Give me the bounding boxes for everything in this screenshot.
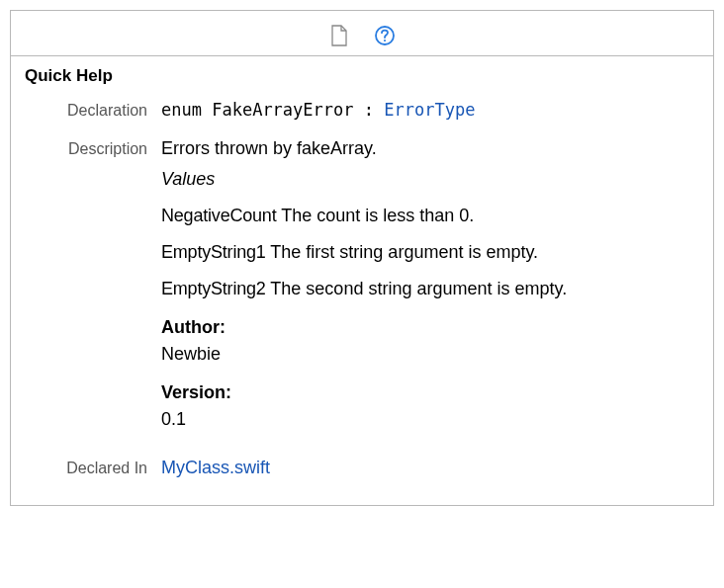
declared-in-value: MyClass.swift — [161, 455, 693, 481]
quick-help-panel: Quick Help Declaration enum FakeArrayErr… — [10, 10, 714, 506]
declaration-label: Declaration — [31, 102, 161, 120]
panel-title: Quick Help — [11, 56, 713, 94]
description-row: Description Errors thrown by fakeArray. … — [31, 135, 693, 443]
svg-point-1 — [384, 39, 386, 41]
toolbar — [11, 11, 713, 56]
author-value: Newbie — [161, 341, 693, 368]
author-label: Author: — [161, 314, 693, 341]
declaration-type-link[interactable]: ErrorType — [384, 100, 475, 120]
declaration-row: Declaration enum FakeArrayError : ErrorT… — [31, 98, 693, 124]
value-item: EmptyString1 The first string argument i… — [161, 239, 693, 266]
declared-in-row: Declared In MyClass.swift — [31, 455, 693, 481]
value-name: EmptyString1 — [161, 242, 266, 262]
value-item: EmptyString2 The second string argument … — [161, 276, 693, 302]
declaration-keyword: enum — [161, 100, 202, 120]
value-desc: The first string argument is empty. — [270, 242, 538, 262]
version-value: 0.1 — [161, 406, 693, 433]
description-summary: Errors thrown by fakeArray. — [161, 135, 693, 162]
declared-in-label: Declared In — [31, 460, 161, 477]
author-block: Author: Newbie — [161, 314, 693, 368]
values-heading: Values — [161, 166, 693, 193]
version-block: Version: 0.1 — [161, 379, 693, 433]
help-icon[interactable] — [374, 25, 396, 46]
declaration-colon: : — [364, 100, 374, 120]
value-desc: The count is less than 0. — [281, 206, 474, 225]
description-value: Errors thrown by fakeArray. Values Negat… — [161, 135, 693, 443]
declaration-name: FakeArrayError — [212, 100, 353, 120]
value-desc: The second string argument is empty. — [270, 279, 567, 298]
value-item: NegativeCount The count is less than 0. — [161, 203, 693, 229]
value-name: NegativeCount — [161, 206, 276, 225]
declaration-value: enum FakeArrayError : ErrorType — [161, 98, 693, 124]
document-icon[interactable] — [328, 25, 350, 46]
version-label: Version: — [161, 379, 693, 406]
declared-in-file-link[interactable]: MyClass.swift — [161, 458, 270, 477]
value-name: EmptyString2 — [161, 279, 266, 298]
description-label: Description — [31, 140, 161, 158]
content-area: Declaration enum FakeArrayError : ErrorT… — [11, 94, 713, 505]
